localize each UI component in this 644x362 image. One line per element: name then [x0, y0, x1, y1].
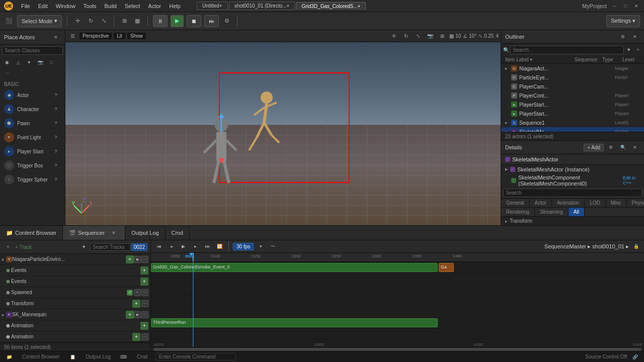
actor-item-point-light[interactable]: ✦ Point Light ?	[0, 130, 65, 144]
outliner-item-skeletal[interactable]: ▸ K SkeletalMa... Skeleti	[501, 127, 644, 132]
actor-item-player-start[interactable]: ▸ Player Start ?	[0, 144, 65, 158]
outliner-item-niagara[interactable]: ▸ N NiagaraAct... Niagar	[501, 64, 644, 73]
component-instance-item[interactable]: ▸ SkeletalMeshActor (Instance)	[501, 165, 644, 173]
tab-actor[interactable]: Actor	[530, 199, 552, 207]
details-add-btn[interactable]: + Add	[584, 144, 604, 151]
outliner-item-playerstart1[interactable]: ▸ PlayerStart... Player!	[501, 100, 644, 109]
point-light-help-icon[interactable]: ?	[51, 132, 61, 142]
anim-2-btn[interactable]: ⋯	[141, 333, 148, 340]
timeline-animation-1[interactable]	[151, 328, 644, 339]
pause-btn[interactable]: ⏸	[153, 15, 168, 27]
seq-track-transform-1[interactable]: ⬟ Transform + ⋯	[0, 298, 150, 309]
settings-btn[interactable]: Settings ▾	[606, 15, 640, 27]
tab-untitled[interactable]: Untitled+	[197, 2, 228, 10]
output-log-label[interactable]: Output Log	[86, 354, 110, 359]
col-level[interactable]: Level	[622, 57, 640, 62]
col-item-label[interactable]: Item Label ▾	[505, 57, 575, 62]
seq-play-icon[interactable]: ▶	[178, 241, 188, 251]
lit-btn[interactable]: Lit	[114, 33, 125, 39]
menu-help[interactable]: Help	[169, 3, 181, 9]
actor-help-icon[interactable]: ?	[51, 90, 61, 100]
clip-gas-smoke[interactable]: Grid3D_Gas_ColoredSmoke_Event_0	[151, 263, 438, 272]
anim-1-add-btn[interactable]: +	[140, 322, 148, 330]
source-control-icon[interactable]: 🔗	[630, 352, 640, 362]
outliner-search[interactable]	[510, 46, 624, 54]
col-type[interactable]: Type	[602, 57, 622, 62]
component-mesh-item[interactable]: SkeletalMeshComponent (SkeletalMeshCompo…	[501, 173, 644, 188]
outliner-add-icon[interactable]: +	[634, 45, 642, 55]
tab-streaming[interactable]: Streaming	[535, 208, 569, 216]
maximize-btn[interactable]: □	[622, 3, 629, 10]
outliner-item-sequence1[interactable]: ▸ S Sequence1 LevelS	[501, 118, 644, 127]
seq-scrollbar[interactable]: -0015 -0365 0165 0165	[151, 347, 644, 351]
transform-1-btn1[interactable]: ⋯	[141, 300, 148, 307]
content-drawer-label[interactable]: Content Browser	[22, 354, 59, 359]
menu-window[interactable]: Window	[56, 3, 75, 9]
viewport-camera-icon[interactable]: 📷	[425, 31, 435, 41]
minimize-btn[interactable]: ─	[611, 3, 618, 10]
cmd-icon[interactable]: ⌨	[119, 352, 129, 362]
seq-track-sk-group[interactable]: ▸ K SK_Mannequin + ▶ ⋯	[0, 309, 150, 320]
place-actors-close[interactable]: ✕	[51, 32, 61, 42]
tab-content-browser[interactable]: 📁 Content Browser	[0, 226, 63, 240]
tab-lod[interactable]: LOD	[585, 199, 606, 207]
viewport-move-icon[interactable]: ✛	[389, 31, 399, 41]
filter-shapes[interactable]: △	[13, 57, 23, 67]
timeline-spawned-1[interactable]	[151, 295, 644, 306]
actor-item-pawn[interactable]: ⬟ Pawn ?	[0, 116, 65, 130]
details-search-input[interactable]	[503, 189, 642, 197]
snap-icon[interactable]: ⊞	[119, 16, 129, 26]
actor-item-trigger-sphere[interactable]: ○ Trigger Spher ?	[0, 172, 65, 187]
outliner-item-particle[interactable]: P ParticleEye... Particl	[501, 73, 644, 82]
tab-all[interactable]: All	[569, 208, 585, 216]
menu-actor[interactable]: Actor	[148, 3, 162, 9]
seq-curve-icon[interactable]: 〜	[268, 241, 278, 251]
timeline-events-1[interactable]	[151, 273, 644, 284]
viewport-rotate-icon[interactable]: ↻	[401, 31, 411, 41]
menu-tools[interactable]: Tools	[84, 3, 97, 9]
outliner-item-playercont[interactable]: P PlayerCont... Player!	[501, 91, 644, 100]
tab-shot0010[interactable]: shot0010_01 (Directo...+	[229, 2, 295, 10]
trigger-box-help-icon[interactable]: ?	[51, 160, 61, 170]
cmd-label[interactable]: Cmd	[137, 354, 147, 359]
outliner-filter-icon[interactable]: ▼	[625, 45, 633, 55]
details-search-icon[interactable]: 🔍	[618, 142, 628, 152]
spawned-1-checkbox[interactable]	[127, 290, 133, 296]
place-actors-search[interactable]	[2, 46, 63, 55]
seq-prev-frame-icon[interactable]: ◂	[166, 241, 176, 251]
output-log-icon[interactable]: 📋	[67, 352, 77, 362]
tab-general[interactable]: General	[501, 199, 530, 207]
timeline-events-2[interactable]	[151, 284, 644, 295]
actor-item-actor[interactable]: ◆ Actor ?	[0, 88, 65, 102]
spawned-1-btn1[interactable]: +	[134, 289, 141, 296]
niagara-add-btn[interactable]: +	[126, 255, 134, 263]
outliner-item-playercam[interactable]: C PlayerCam...	[501, 82, 644, 91]
seq-track-spawned-1[interactable]: ⬟ Spawned + ⋯	[0, 287, 150, 298]
close-btn[interactable]: ✕	[633, 3, 640, 10]
seq-lock-icon[interactable]: 🔒	[631, 241, 641, 251]
seq-add-track-label[interactable]: + Track	[15, 244, 32, 250]
seq-next-frame-icon[interactable]: ▸	[190, 241, 200, 251]
seq-search[interactable]	[90, 243, 130, 251]
transform-section[interactable]: ▸ Transform	[501, 217, 644, 225]
seq-track-animation-1[interactable]: ⬟ Animation +	[0, 320, 150, 331]
outliner-close-icon[interactable]: ✕	[630, 32, 640, 42]
player-start-help-icon[interactable]: ?	[51, 146, 61, 156]
clip-third-person-run[interactable]: ThirdPersonRun	[151, 318, 438, 327]
actor-item-trigger-box[interactable]: □ Trigger Box ?	[0, 158, 65, 172]
events-2-add-btn[interactable]: +	[140, 278, 148, 286]
viewport-canvas[interactable]: X Y Z	[65, 42, 501, 225]
viewport-scale-icon[interactable]: ⤡	[413, 31, 423, 41]
events-1-add-btn[interactable]: +	[140, 266, 148, 275]
filter-lights[interactable]: ✦	[24, 57, 34, 67]
niagara-dots-btn[interactable]: ⋯	[141, 256, 148, 263]
character-help-icon[interactable]: ?	[51, 104, 61, 114]
filter-basic[interactable]: ◉	[2, 57, 12, 67]
seq-track-events-1[interactable]: ⬟ Events +	[0, 265, 150, 276]
tab-grid3d[interactable]: Grid3D_Gas_ColoredS...+	[296, 2, 366, 10]
transform-rotate-icon[interactable]: ↻	[86, 16, 96, 26]
menu-select[interactable]: Select	[125, 3, 140, 9]
actor-item-character[interactable]: ♟ Character ?	[0, 102, 65, 116]
menu-edit[interactable]: Edit	[38, 3, 48, 9]
timeline-transform-1[interactable]	[151, 306, 644, 317]
